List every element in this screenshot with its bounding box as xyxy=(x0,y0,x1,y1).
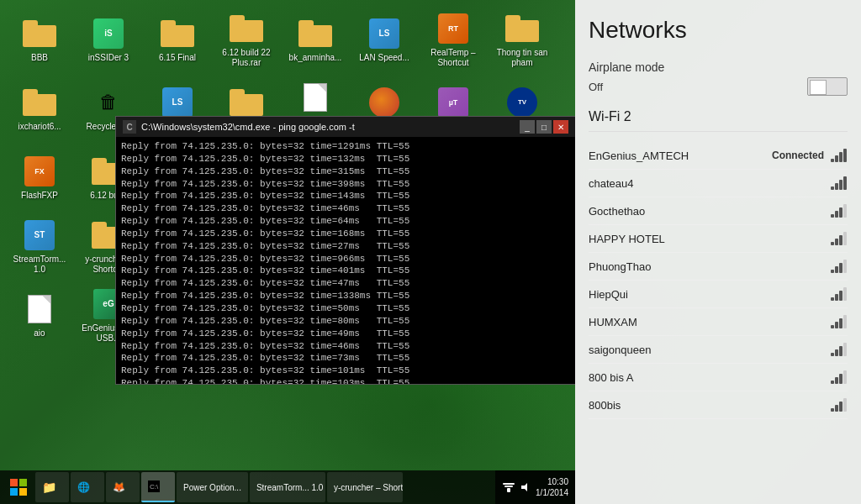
icon-612build22plus[interactable]: 6.12 build 22 Plus.rar xyxy=(214,7,279,72)
svg-rect-9 xyxy=(835,211,838,218)
taskbar-firefox-button[interactable]: 🦊 xyxy=(106,472,140,502)
wifi-bars-5 xyxy=(831,287,848,301)
cmd-minimize-button[interactable]: _ xyxy=(520,120,535,134)
networks-panel: Networks Airplane mode Off Wi-Fi 2 EnGen… xyxy=(575,0,861,504)
network-name-5: HiepQui xyxy=(589,288,831,301)
wifi-bars-3 xyxy=(831,232,848,245)
network-item-6[interactable]: HUMXAM xyxy=(589,308,848,336)
svg-rect-2 xyxy=(839,152,843,162)
start-button[interactable] xyxy=(3,472,34,502)
network-item-5[interactable]: HiepQui xyxy=(589,281,848,308)
cmd-titlebar[interactable]: C C:\Windows\system32\cmd.exe - ping goo… xyxy=(116,117,575,137)
icon-flashfxp[interactable]: FX FlashFXP xyxy=(7,144,72,210)
svg-rect-28 xyxy=(831,353,834,356)
icon-ixchariot[interactable]: ixchariot6... xyxy=(7,76,72,141)
svg-rect-5 xyxy=(835,183,838,190)
wifi-bars-1 xyxy=(831,176,848,190)
cmd-title-text: C:\Windows\system32\cmd.exe - ping googl… xyxy=(141,122,355,132)
network-name-0: EnGenius_AMTECH xyxy=(589,150,772,162)
network-name-7: saigonqueen xyxy=(589,344,831,356)
svg-rect-16 xyxy=(831,270,834,273)
icon-lan-speed[interactable]: LS LAN Speed... xyxy=(351,7,417,72)
airplane-toggle[interactable] xyxy=(807,77,848,96)
cmd-maximize-button[interactable]: □ xyxy=(536,120,552,134)
svg-rect-40 xyxy=(10,479,18,486)
wifi-bars-6 xyxy=(831,315,848,328)
cmd-controls: _ □ ✕ xyxy=(520,120,568,134)
taskbar-ycruncher-button[interactable]: y-cruncher – Shortcut xyxy=(327,472,403,502)
cmd-taskbar-icon: C:\ xyxy=(148,480,160,492)
svg-rect-38 xyxy=(839,402,843,412)
svg-rect-25 xyxy=(835,322,838,328)
icon-615final[interactable]: 6.15 Final xyxy=(145,7,210,72)
svg-rect-13 xyxy=(835,239,838,245)
airplane-mode-row: Off xyxy=(589,77,848,96)
network-item-7[interactable]: saigonqueen xyxy=(589,336,848,364)
networks-panel-title: Networks xyxy=(589,17,848,44)
tray-network-icon[interactable] xyxy=(502,480,515,494)
svg-rect-18 xyxy=(839,263,843,273)
network-name-2: Gocthethao xyxy=(589,205,831,218)
network-item-0[interactable]: EnGenius_AMTECHConnected xyxy=(589,142,848,170)
svg-rect-26 xyxy=(839,318,843,328)
cmd-close-button[interactable]: ✕ xyxy=(553,120,568,134)
svg-rect-33 xyxy=(835,377,838,384)
icon-aio[interactable]: aio xyxy=(7,282,72,348)
icon-bk-anminha[interactable]: bk_anminha... xyxy=(283,7,348,72)
icon-streamtorm[interactable]: ST StreamTorm... 1.0 xyxy=(7,213,72,279)
network-item-8[interactable]: 800 bis A xyxy=(589,364,848,391)
svg-rect-27 xyxy=(843,315,847,328)
svg-rect-42 xyxy=(10,488,18,496)
explorer-icon: 📁 xyxy=(42,480,56,494)
tray-volume-icon[interactable] xyxy=(519,480,532,494)
icon-thong-tin[interactable]: Thong tin san pham xyxy=(489,7,555,72)
svg-rect-34 xyxy=(839,374,843,384)
wifi-bars-0 xyxy=(831,149,848,162)
svg-rect-4 xyxy=(831,186,834,190)
svg-rect-30 xyxy=(839,346,843,356)
network-connected-label-0: Connected xyxy=(772,150,824,161)
svg-marker-47 xyxy=(521,483,527,491)
network-item-3[interactable]: HAPPY HOTEL xyxy=(589,225,848,253)
svg-rect-46 xyxy=(503,483,515,485)
airplane-mode-label: Airplane mode xyxy=(589,60,848,74)
network-name-9: 800bis xyxy=(589,399,831,412)
network-name-6: HUMXAM xyxy=(589,316,831,328)
taskbar: 📁 🌐 🦊 C:\ Power Option... StreamTorm... … xyxy=(0,470,575,504)
icon-bbb[interactable]: BBB xyxy=(7,7,72,72)
svg-rect-7 xyxy=(843,176,847,190)
icon-realtemp[interactable]: RT RealTemp – Shortcut xyxy=(420,7,486,72)
taskbar-cmd-button[interactable]: C:\ xyxy=(141,472,175,502)
taskbar-power-button[interactable]: Power Option... xyxy=(177,472,248,502)
icon-inssider3[interactable]: iS inSSIDer 3 xyxy=(76,7,141,72)
svg-rect-10 xyxy=(839,207,843,218)
svg-rect-45 xyxy=(504,486,513,487)
network-item-2[interactable]: Gocthethao xyxy=(589,197,848,225)
svg-rect-21 xyxy=(835,294,838,301)
system-clock[interactable]: 10:30 1/1/2014 xyxy=(536,476,568,498)
network-item-9[interactable]: 800bis xyxy=(589,391,848,419)
svg-rect-3 xyxy=(843,149,847,162)
network-name-1: chateau4 xyxy=(589,177,831,190)
svg-rect-23 xyxy=(843,287,847,301)
taskbar-chrome-button[interactable]: 🌐 xyxy=(71,472,104,502)
network-item-1[interactable]: chateau4 xyxy=(589,170,848,197)
network-list: EnGenius_AMTECHConnected chateau4 Gocthe… xyxy=(589,142,848,419)
wifi-bars-2 xyxy=(831,204,848,218)
svg-rect-19 xyxy=(843,260,847,273)
svg-rect-6 xyxy=(839,180,843,190)
cmd-content: Reply from 74.125.235.0: bytes=32 time=1… xyxy=(116,137,575,384)
network-item-4[interactable]: PhuongThao xyxy=(589,253,848,281)
cmd-output: Reply from 74.125.235.0: bytes=32 time=1… xyxy=(121,140,570,384)
svg-rect-41 xyxy=(19,479,27,486)
taskbar-explorer-button[interactable]: 📁 xyxy=(35,472,69,502)
svg-rect-20 xyxy=(831,297,834,301)
svg-rect-8 xyxy=(831,214,834,218)
svg-rect-31 xyxy=(843,343,847,356)
taskbar-stream-button[interactable]: StreamTorm... 1.0 xyxy=(250,472,325,502)
svg-rect-39 xyxy=(843,398,847,412)
wifi-bars-8 xyxy=(831,370,848,384)
svg-rect-17 xyxy=(835,266,838,273)
svg-rect-15 xyxy=(843,232,847,245)
wifi-bars-4 xyxy=(831,260,848,273)
